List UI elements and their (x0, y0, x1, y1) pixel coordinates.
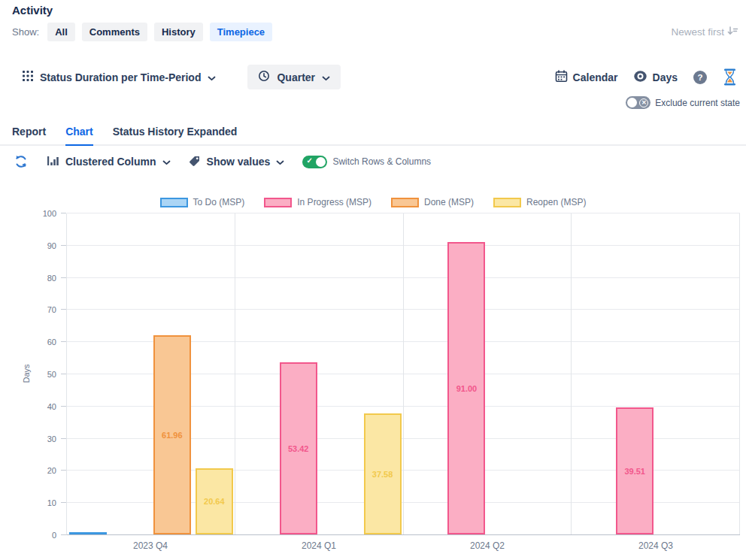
y-tick-mark (61, 470, 66, 471)
bar-slot (235, 213, 277, 534)
x-category-label: 2024 Q2 (403, 540, 572, 551)
tag-icon (189, 155, 201, 169)
y-tick-label: 0 (52, 531, 56, 540)
y-tick-label: 70 (47, 305, 56, 314)
bar[interactable]: 20.64 (196, 468, 233, 534)
y-tick-mark (61, 341, 66, 342)
bar-slot (529, 213, 572, 534)
legend-swatch (160, 198, 188, 207)
y-tick-mark (61, 245, 66, 246)
activity-header: Activity Show: All Comments History Time… (0, 4, 746, 41)
filter-button-history[interactable]: History (154, 23, 203, 41)
bar-slot: 20.64 (193, 213, 235, 534)
bar-slot: 53.42 (277, 213, 320, 534)
page-title: Activity (12, 4, 738, 17)
y-axis-title: Days (22, 340, 31, 407)
legend-swatch (391, 198, 419, 207)
period-selector-button[interactable]: Quarter (247, 65, 341, 89)
bar-slot (487, 213, 529, 534)
switch-rows-columns-control: ✓ Switch Rows & Columns (302, 156, 431, 168)
grid-icon (23, 71, 33, 84)
chart-area: Days 0102030405060708090100 61.9620.6453… (0, 213, 746, 535)
y-tick-label: 50 (47, 370, 56, 379)
x-category-label: 2024 Q1 (235, 540, 403, 551)
filter-button-timepiece[interactable]: Timepiece (210, 23, 272, 41)
legend-item[interactable]: To Do (MSP) (160, 197, 245, 207)
bar[interactable]: 53.42 (280, 362, 317, 534)
legend-series-name: Reopen (MSP) (526, 197, 586, 207)
refresh-icon[interactable] (14, 154, 29, 169)
bar-slot (572, 213, 614, 534)
bar[interactable]: 61.96 (153, 335, 191, 534)
bar-slot (320, 213, 362, 534)
bar[interactable]: 91.00 (447, 242, 485, 534)
bar-value-label: 53.42 (281, 444, 316, 453)
unit-control[interactable]: Days (633, 70, 678, 85)
filter-button-comments[interactable]: Comments (82, 23, 147, 41)
legend-item[interactable]: Reopen (MSP) (493, 197, 586, 207)
exclude-current-state-toggle[interactable]: ✕ (626, 96, 650, 109)
bar[interactable]: 39.51 (616, 407, 654, 534)
sort-order-control[interactable]: Newest first (671, 26, 738, 39)
timepiece-hourglass-icon[interactable] (723, 68, 737, 86)
calendar-control[interactable]: Calendar (555, 70, 618, 85)
legend-series-name: In Progress (MSP) (297, 197, 371, 207)
bar-value-label: 91.00 (449, 384, 484, 393)
toggle-check-icon: ✓ (306, 156, 312, 165)
y-tick-label: 60 (47, 338, 56, 347)
toggle-x-icon: ✕ (639, 98, 648, 107)
activity-panel: Activity Show: All Comments History Time… (0, 0, 746, 560)
chart-type-selector[interactable]: Clustered Column (47, 155, 171, 169)
help-icon[interactable]: ? (693, 70, 708, 85)
toolbar-right-group: Calendar Days ? (555, 68, 737, 86)
bar-slot (656, 213, 698, 534)
bar-slot: 91.00 (445, 213, 487, 534)
legend-item[interactable]: In Progress (MSP) (264, 197, 371, 207)
chart-legend: To Do (MSP)In Progress (MSP)Done (MSP)Re… (0, 197, 746, 207)
x-axis-labels: 2023 Q42024 Q12024 Q22024 Q3 (66, 540, 740, 551)
eye-icon (633, 70, 647, 85)
exclude-current-state-label: Exclude current state (655, 98, 740, 108)
y-tick-mark (61, 406, 66, 407)
show-values-selector[interactable]: Show values (189, 155, 285, 169)
bar-value-label: 37.58 (365, 470, 400, 479)
sort-descending-icon (726, 26, 738, 39)
y-tick-mark (61, 534, 66, 535)
bar[interactable] (69, 532, 107, 534)
plot-area: 61.9620.6453.4237.5891.0039.51 (66, 213, 740, 535)
exclude-current-state-row: ✕ Exclude current state (0, 96, 746, 109)
bar-value-label: 39.51 (617, 467, 652, 476)
chevron-down-icon (322, 71, 330, 83)
y-axis: Days 0102030405060708090100 (0, 213, 66, 535)
report-toolbar: Status Duration per Time-Period Quarter (0, 65, 746, 89)
tab-status-history-expanded[interactable]: Status History Expanded (113, 126, 238, 146)
y-tick-label: 90 (47, 241, 56, 250)
legend-swatch (493, 198, 521, 207)
view-tabs: Report Chart Status History Expanded (0, 126, 746, 146)
bar-slot: 37.58 (362, 213, 404, 534)
y-tick-label: 30 (47, 434, 56, 443)
x-category-label: 2023 Q4 (66, 540, 235, 551)
show-label: Show: (12, 26, 39, 38)
bar-slot (67, 213, 109, 534)
tab-report[interactable]: Report (12, 126, 46, 146)
y-tick-label: 100 (43, 209, 56, 218)
clock-icon (258, 70, 270, 84)
category-group: 61.9620.64 (67, 213, 235, 534)
switch-rows-columns-toggle[interactable]: ✓ (302, 156, 327, 168)
unit-label: Days (653, 71, 678, 83)
bar-slot: 39.51 (614, 213, 656, 534)
bar-groups: 61.9620.6453.4237.5891.0039.51 (67, 213, 740, 534)
y-tick-mark (61, 309, 66, 310)
legend-item[interactable]: Done (MSP) (391, 197, 474, 207)
y-tick-mark (61, 502, 66, 503)
y-tick-mark (61, 374, 66, 374)
period-selector-label: Quarter (277, 71, 315, 83)
filter-button-all[interactable]: All (47, 23, 75, 41)
report-type-selector[interactable]: Status Duration per Time-Period (23, 71, 216, 84)
category-group: 53.4237.58 (235, 213, 404, 534)
bar[interactable]: 37.58 (364, 413, 402, 534)
tab-chart[interactable]: Chart (65, 126, 93, 146)
sort-order-label: Newest first (671, 26, 724, 38)
y-tick-mark (61, 213, 66, 213)
